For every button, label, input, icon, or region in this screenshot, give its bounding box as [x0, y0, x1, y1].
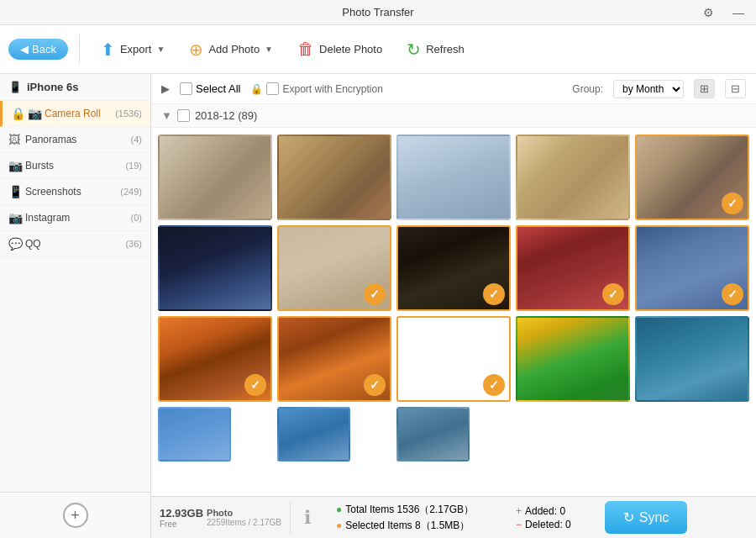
screenshots-icon: 📱 — [8, 185, 25, 198]
camera-roll-count: (1536) — [115, 108, 142, 119]
sidebar-bottom: + — [0, 492, 150, 538]
section-checkbox[interactable] — [177, 109, 190, 122]
photo-item[interactable]: ✓ — [396, 316, 511, 402]
refresh-label: Refresh — [426, 43, 465, 55]
photo-item[interactable] — [396, 407, 470, 462]
check-badge: ✓ — [602, 283, 624, 305]
selected-items-label: Selected Items 8（1.5MB） — [345, 519, 470, 533]
grid-view-button[interactable]: ⊞ — [694, 79, 715, 98]
sync-icon: ↻ — [623, 509, 634, 525]
select-all-checkbox[interactable] — [180, 82, 192, 95]
sidebar-item-instagram[interactable]: 📷 Instagram (0) — [0, 205, 150, 231]
sidebar-item-bursts[interactable]: 📷 Bursts (19) — [0, 153, 150, 179]
panoramas-icon: 🖼 — [8, 133, 25, 146]
main-layout: 📱 iPhone 6s 🔒 📷 Camera Roll (1536) 🖼 Pan… — [0, 74, 756, 538]
check-badge: ✓ — [483, 283, 505, 305]
photo-item[interactable]: ✓ — [277, 225, 391, 311]
sidebar-item-camera-roll[interactable]: 🔒 📷 Camera Roll (1536) — [0, 101, 150, 127]
check-badge: ✓ — [722, 283, 743, 305]
add-photo-dropdown-icon: ▼ — [265, 45, 273, 54]
screenshots-count: (249) — [120, 187, 142, 197]
photo-item[interactable]: ✓ — [635, 134, 749, 220]
minimize-button[interactable]: — — [727, 4, 749, 21]
select-all-label: Select All — [196, 82, 240, 95]
photo-item[interactable]: ✓ — [396, 225, 511, 311]
camera-roll-label: Camera Roll — [45, 108, 115, 119]
instagram-count: (0) — [131, 213, 142, 223]
total-dot: ● — [336, 504, 342, 515]
photo-item[interactable]: ✓ — [277, 316, 391, 402]
settings-button[interactable]: ⚙ — [698, 4, 719, 21]
added-row: + Added: 0 — [516, 505, 571, 517]
photo-grid: ✓ ✓ ✓ ✓ ✓ ✓ ✓ ✓ — [151, 128, 756, 496]
camera-roll-icon: 📷 — [28, 107, 45, 120]
bursts-icon: 📷 — [8, 159, 25, 172]
encrypt-checkbox[interactable] — [266, 82, 279, 95]
sync-label: Sync — [639, 510, 669, 525]
bursts-label: Bursts — [25, 160, 125, 171]
photo-item[interactable] — [158, 225, 272, 311]
status-right: + Added: 0 − Deleted: 0 — [516, 505, 571, 530]
refresh-button[interactable]: ↻ Refresh — [396, 34, 475, 65]
sync-button[interactable]: ↻ Sync — [605, 501, 688, 534]
select-all-wrap[interactable]: Select All — [180, 82, 240, 95]
encrypt-button[interactable]: 🔒 Export with Encryption — [250, 82, 382, 95]
sub-toolbar: ▶ Select All 🔒 Export with Encryption Gr… — [151, 74, 756, 104]
group-label: Group: — [572, 83, 603, 95]
photo-item[interactable] — [635, 316, 749, 402]
photo-item[interactable]: ✓ — [516, 225, 630, 311]
add-circle-button[interactable]: + — [63, 503, 88, 528]
section-header: ▼ 2018-12 (89) — [151, 104, 756, 128]
added-plus-icon: + — [516, 505, 522, 517]
selected-dot: ● — [336, 520, 342, 531]
photo-item[interactable] — [396, 134, 511, 220]
add-photo-button[interactable]: ⊕ Add Photo ▼ — [179, 34, 283, 65]
total-items-label: Total Items 1536（2.17GB） — [345, 503, 474, 517]
photo-item[interactable] — [277, 407, 350, 462]
storage-free-label: Free — [160, 520, 177, 529]
lock-icon: 🔒 — [11, 107, 28, 120]
photo-item[interactable] — [277, 134, 391, 220]
export-label: Export — [120, 43, 152, 55]
back-arrow-icon: ◀ — [20, 43, 29, 55]
check-badge: ✓ — [483, 374, 505, 396]
bottom-bar: 12.93GB Free Photo 2259Items / 2.17GB ℹ … — [151, 496, 756, 538]
total-items-row: ● Total Items 1536（2.17GB） — [336, 503, 474, 517]
refresh-icon: ↻ — [407, 40, 421, 60]
screenshots-label: Screenshots — [25, 186, 120, 198]
qq-icon: 💬 — [8, 237, 25, 251]
check-badge: ✓ — [722, 193, 743, 214]
storage-box: 12.93GB Free Photo 2259Items / 2.17GB — [151, 502, 291, 534]
photo-item[interactable] — [158, 407, 231, 462]
sidebar-item-screenshots[interactable]: 📱 Screenshots (249) — [0, 179, 150, 205]
panoramas-label: Panoramas — [25, 134, 131, 145]
photo-item[interactable]: ✓ — [158, 316, 272, 402]
photo-item[interactable] — [516, 134, 630, 220]
status-box: ℹ ● Total Items 1536（2.17GB） ● Selected … — [291, 498, 756, 537]
title-bar: Photo Transfer ⚙ — — [0, 0, 756, 25]
qq-label: QQ — [25, 238, 125, 250]
delete-photo-button[interactable]: 🗑 Delete Photo — [287, 34, 392, 64]
photo-item[interactable] — [158, 134, 272, 220]
check-badge: ✓ — [364, 283, 386, 305]
sidebar-item-qq[interactable]: 💬 QQ (36) — [0, 231, 150, 257]
photo-item[interactable]: ✓ — [635, 225, 749, 311]
back-button[interactable]: ◀ Back — [8, 39, 68, 60]
selected-items-row: ● Selected Items 8（1.5MB） — [336, 519, 474, 533]
panoramas-count: (4) — [131, 134, 142, 145]
delete-photo-icon: 🗑 — [297, 40, 314, 59]
instagram-icon: 📷 — [8, 211, 25, 224]
collapse-button[interactable]: ▶ — [161, 82, 170, 95]
toolbar-separator — [79, 34, 80, 64]
check-badge: ✓ — [364, 374, 386, 396]
info-icon: ℹ — [304, 507, 311, 529]
photo-item[interactable] — [516, 316, 630, 402]
group-select[interactable]: by Month by Day by Year — [613, 80, 684, 98]
sidebar-item-panoramas[interactable]: 🖼 Panoramas (4) — [0, 127, 150, 153]
delete-photo-label: Delete Photo — [319, 43, 382, 55]
section-collapse-icon[interactable]: ▼ — [161, 109, 172, 122]
add-photo-icon: ⊕ — [189, 40, 203, 60]
encrypt-label: Export with Encryption — [282, 83, 382, 95]
list-view-button[interactable]: ⊟ — [725, 79, 746, 98]
export-button[interactable]: ⬆ Export ▼ — [91, 34, 175, 65]
